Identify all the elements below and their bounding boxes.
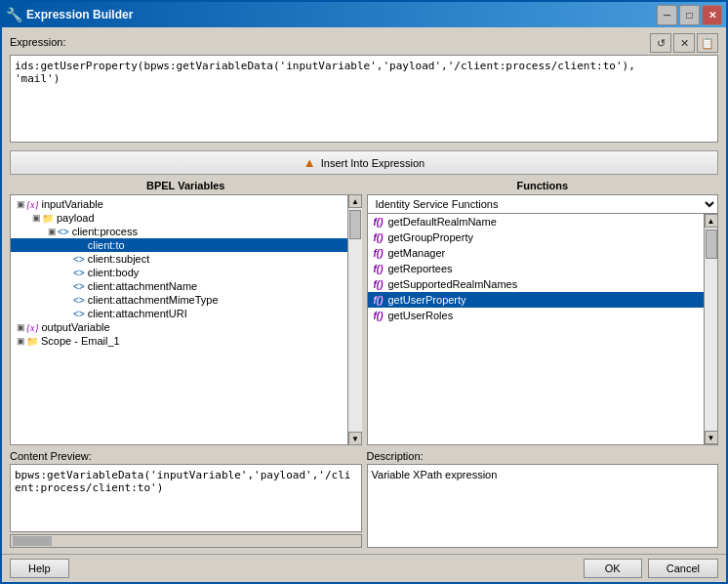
tree-node-label: client:subject <box>88 253 150 265</box>
insert-into-expression-button[interactable]: ▲ Insert Into Expression <box>10 150 718 175</box>
tree-item[interactable]: <>client:attachmentName <box>11 279 347 293</box>
tree-item[interactable]: <>client:attachmentURI <box>11 307 347 320</box>
content-preview-label: Content Preview: <box>10 450 362 462</box>
bottom-row: Content Preview: bpws:getVariableData('i… <box>10 450 718 548</box>
tree-node-label: client:body <box>88 267 140 278</box>
clear-button[interactable]: ✕ <box>673 33 695 53</box>
content-preview-panel: Content Preview: bpws:getVariableData('i… <box>10 450 362 548</box>
tree-item[interactable]: ▣📁Scope - Email_1 <box>11 334 347 348</box>
func-scroll-track <box>705 228 718 431</box>
tree-node-label: Scope - Email_1 <box>41 335 120 347</box>
preview-hscrollbar[interactable] <box>10 534 362 548</box>
function-item[interactable]: f()getSupportedRealmNames <box>368 276 705 292</box>
tree-node-icon: <> <box>73 295 85 306</box>
tree-node-icon: <> <box>58 227 69 237</box>
maximize-button[interactable]: □ <box>679 5 700 25</box>
expression-label: Expression: <box>10 36 65 48</box>
scroll-down-arrow[interactable]: ▼ <box>348 432 362 445</box>
function-icon: f() <box>374 217 384 228</box>
insert-btn-label: Insert Into Expression <box>321 157 425 169</box>
functions-dropdown[interactable]: Identity Service FunctionsXPath Function… <box>368 195 718 214</box>
description-label: Description: <box>367 450 719 462</box>
function-icon: f() <box>374 311 384 321</box>
tree-item[interactable]: ▣<>client:process <box>11 225 347 238</box>
tree-item[interactable]: <>client:attachmentMimeType <box>11 293 347 307</box>
ok-button[interactable]: OK <box>584 559 642 578</box>
window-title: Expression Builder <box>26 8 657 21</box>
tree-node-icon: <> <box>73 240 85 251</box>
tree-node-icon: <> <box>73 309 85 319</box>
function-label: getGroupProperty <box>388 231 473 243</box>
minimize-button[interactable]: ─ <box>657 5 677 25</box>
insert-btn-area: ▲ Insert Into Expression <box>10 150 718 175</box>
bpel-tree[interactable]: ▣{x}inputVariable▣📁payload▣<>client:proc… <box>10 194 348 445</box>
tree-node-label: inputVariable <box>41 198 102 210</box>
func-scroll-down[interactable]: ▼ <box>705 431 718 444</box>
tree-node-label: client:process <box>72 226 138 237</box>
tree-node-label: client:to <box>88 239 125 251</box>
tree-node-label: client:attachmentURI <box>88 308 187 319</box>
footer-right-buttons: OK Cancel <box>584 559 718 578</box>
bpel-tree-container: ▣{x}inputVariable▣📁payload▣<>client:proc… <box>10 194 362 445</box>
function-item[interactable]: f()getUserRoles <box>368 308 705 323</box>
tree-node-icon: <> <box>73 268 85 278</box>
expression-header: Expression: ↺ ✕ 📋 <box>10 33 718 53</box>
function-item[interactable]: f()getDefaultRealmName <box>368 214 705 229</box>
title-bar: 🔧 Expression Builder ─ □ ✕ <box>2 2 726 27</box>
functions-scrollbar[interactable]: ▲ ▼ <box>704 214 717 444</box>
function-icon: f() <box>374 279 384 290</box>
function-label: getManager <box>388 247 446 259</box>
bpel-scrollbar[interactable]: ▲ ▼ <box>348 194 362 445</box>
help-button[interactable]: Help <box>10 559 69 578</box>
refresh-button[interactable]: ↺ <box>650 33 671 53</box>
insert-arrow-icon: ▲ <box>303 155 316 170</box>
expression-input[interactable] <box>10 55 718 143</box>
window-icon: 🔧 <box>6 7 21 22</box>
function-item[interactable]: f()getUserProperty <box>368 292 705 308</box>
tree-node-label: client:attachmentMimeType <box>88 294 219 306</box>
function-item[interactable]: f()getManager <box>368 245 705 261</box>
tree-item[interactable]: ▣📁payload <box>11 211 347 225</box>
function-icon: f() <box>374 295 384 306</box>
main-content: Expression: ↺ ✕ 📋 ▲ Insert Into Expressi… <box>2 27 726 554</box>
preview-hscroll-thumb <box>13 536 52 546</box>
description-box: Variable XPath expression <box>367 464 719 548</box>
content-preview-box: bpws:getVariableData('inputVariable','pa… <box>10 464 362 532</box>
scroll-up-arrow[interactable]: ▲ <box>348 194 362 208</box>
functions-box: Identity Service FunctionsXPath Function… <box>367 194 719 445</box>
function-item[interactable]: f()getGroupProperty <box>368 229 705 245</box>
tree-item[interactable]: ▣{x}outputVariable <box>11 320 347 334</box>
func-scroll-up[interactable]: ▲ <box>705 214 718 228</box>
tree-node-icon: <> <box>73 254 85 265</box>
bpel-variables-panel: BPEL Variables ▣{x}inputVariable▣📁payloa… <box>10 180 362 445</box>
close-button[interactable]: ✕ <box>702 5 722 25</box>
lower-panels: BPEL Variables ▣{x}inputVariable▣📁payloa… <box>10 180 718 548</box>
functions-list[interactable]: f()getDefaultRealmNamef()getGroupPropert… <box>368 214 705 444</box>
function-label: getDefaultRealmName <box>388 216 497 228</box>
tree-item[interactable]: ▣{x}inputVariable <box>11 197 347 211</box>
function-item[interactable]: f()getReportees <box>368 261 705 276</box>
tree-item[interactable]: <>client:subject <box>11 252 347 266</box>
function-label: getUserRoles <box>388 310 454 321</box>
tree-node-icon: <> <box>73 281 85 292</box>
cancel-button[interactable]: Cancel <box>648 559 718 578</box>
middle-row: BPEL Variables ▣{x}inputVariable▣📁payloa… <box>10 180 718 445</box>
tree-item[interactable]: <>client:body <box>11 266 347 279</box>
copy-button[interactable]: 📋 <box>697 33 718 53</box>
expression-toolbar: ↺ ✕ 📋 <box>650 33 718 53</box>
tree-item[interactable]: <>client:to <box>11 238 347 252</box>
tree-node-icon: {x} <box>26 322 38 333</box>
function-label: getReportees <box>388 263 453 274</box>
description-panel: Description: Variable XPath expression <box>367 450 719 548</box>
scroll-track <box>348 208 362 432</box>
footer-bar: Help OK Cancel <box>2 554 726 582</box>
function-label: getSupportedRealmNames <box>388 278 518 290</box>
expression-section: Expression: ↺ ✕ 📋 <box>10 33 718 146</box>
tree-node-icon: 📁 <box>42 213 54 224</box>
function-icon: f() <box>374 232 384 243</box>
functions-panel: Functions Identity Service FunctionsXPat… <box>367 180 719 445</box>
tree-node-label: client:attachmentName <box>88 280 198 292</box>
window-controls: ─ □ ✕ <box>657 5 722 25</box>
tree-node-icon: 📁 <box>26 336 38 347</box>
function-label: getUserProperty <box>388 294 466 306</box>
